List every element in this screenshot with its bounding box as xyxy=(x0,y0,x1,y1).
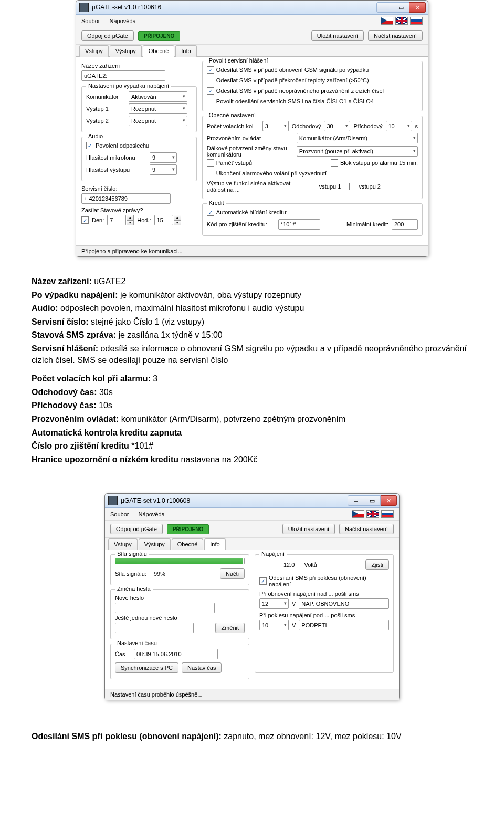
close-button[interactable]: ✕ xyxy=(410,2,426,13)
t1-service-value: stejné jako Číslo 1 (viz vstupy) xyxy=(89,317,205,326)
maximize-button[interactable]: ▭ xyxy=(393,2,410,13)
set-time-button[interactable]: Nastav čas xyxy=(182,662,222,673)
power-below-sms-input[interactable]: PODPETI xyxy=(299,620,389,630)
flag-cz-icon[interactable] xyxy=(352,510,364,518)
change-pwd-button[interactable]: Změnit xyxy=(215,623,245,633)
again-pwd-input[interactable] xyxy=(115,623,194,633)
t1-arrive-label: Příchodový čas: xyxy=(32,401,97,410)
tab-vstupy[interactable]: Vstupy xyxy=(108,538,138,550)
spin-up-icon[interactable]: ▴ xyxy=(174,215,181,220)
flag-uk-icon[interactable] xyxy=(395,17,408,25)
flag-cz-icon[interactable] xyxy=(381,17,393,25)
ring-control-select[interactable]: Komunikátor (Arm/Disarm) xyxy=(297,133,418,143)
menu-file[interactable]: Soubor xyxy=(81,18,100,24)
tab-vystupy[interactable]: Výstupy xyxy=(110,45,142,57)
tab-info[interactable]: Info xyxy=(175,45,196,57)
service-number-input[interactable]: + 420123456789 xyxy=(81,193,171,204)
credit-code-input[interactable]: *101# xyxy=(278,219,320,230)
clock-input[interactable]: 08:39 15.06.2010 xyxy=(134,649,218,659)
end-alarm-call-checkbox[interactable] xyxy=(207,170,214,177)
voltage-value: 12.0 xyxy=(284,562,295,568)
arrive-select[interactable]: 10 xyxy=(386,121,412,131)
out1-label: Výstup 1 xyxy=(86,106,125,112)
credit-code-label: Kód pro zjištění kreditu: xyxy=(207,221,275,227)
load-button[interactable]: Načíst nastavení xyxy=(339,524,394,534)
disconnect-button[interactable]: Odpoj od µGate xyxy=(81,30,134,41)
power-below-select[interactable]: 10 xyxy=(259,620,289,630)
new-pwd-label: Nové heslo xyxy=(115,595,144,601)
tab-info[interactable]: Info xyxy=(204,538,225,550)
power-above-label: Při obnovení napájení nad ... pošli sms xyxy=(259,590,359,597)
block-input-label: Blok vstupu po alarmu 15 min. xyxy=(340,160,418,166)
komunikator-label: Komunikátor xyxy=(86,94,125,100)
t1-calls-label: Počet volacích kol při alarmu: xyxy=(32,374,151,383)
menu-help[interactable]: Nápověda xyxy=(138,511,164,517)
menu-help[interactable]: Nápověda xyxy=(109,18,135,24)
send-sms-power-checkbox[interactable]: ✓ xyxy=(259,577,267,585)
alert-numbers-checkbox[interactable] xyxy=(207,98,214,105)
calls-select[interactable]: 3 xyxy=(262,121,289,131)
save-button[interactable]: Uložit nastavení xyxy=(311,30,364,41)
titlebar[interactable]: µGATE-set v1.0 r100616 – ▭ ✕ xyxy=(76,1,428,15)
day-spinner[interactable]: 7 ▴▾ xyxy=(107,215,134,225)
flag-uk-icon[interactable] xyxy=(366,510,379,518)
t1-mincredit-value: nastavena na 200Kč xyxy=(178,455,257,464)
status-reports-checkbox[interactable]: ✓ xyxy=(81,216,89,224)
sync-pc-button[interactable]: Synchronizace s PC xyxy=(115,662,178,673)
tab-obecne[interactable]: Obecné xyxy=(143,45,175,57)
power-above-select[interactable]: 12 xyxy=(259,598,289,609)
mic-vol-select[interactable]: 9 xyxy=(150,152,177,163)
out1-select[interactable]: Rozepnut xyxy=(129,103,187,114)
tab-vstupy[interactable]: Vstupy xyxy=(79,45,109,57)
siren-in2-checkbox[interactable] xyxy=(349,183,356,190)
new-pwd-input[interactable] xyxy=(115,603,215,613)
flag-sk-icon[interactable] xyxy=(381,510,394,518)
signal-read-button[interactable]: Načti xyxy=(220,568,245,579)
pwd-legend: Změna hesla xyxy=(115,586,153,592)
mic-vol-label: Hlasitost mikrofonu xyxy=(86,154,146,161)
toolbar: Odpoj od µGate PŘIPOJENO Uložit nastaven… xyxy=(105,521,399,538)
spin-up-icon[interactable]: ▴ xyxy=(127,215,134,220)
alert-gsm-checkbox[interactable]: ✓ xyxy=(207,66,214,74)
titlebar[interactable]: µGATE-set v1.0 r100608 – ▭ ✕ xyxy=(105,494,399,508)
load-button[interactable]: Načíst nastavení xyxy=(368,30,423,41)
auto-credit-checkbox[interactable]: ✓ xyxy=(207,209,214,216)
statusbar: Nastavení času proběhlo úspěšně... xyxy=(105,689,399,700)
save-button[interactable]: Uložit nastavení xyxy=(282,524,335,534)
block-input-checkbox[interactable] xyxy=(331,159,338,167)
hour-spinner[interactable]: 15 ▴▾ xyxy=(154,215,181,225)
measure-button[interactable]: Zjisti xyxy=(365,559,389,570)
mem-inputs-checkbox[interactable] xyxy=(207,159,214,167)
listen-checkbox[interactable]: ✓ xyxy=(86,142,93,149)
minimize-button[interactable]: – xyxy=(376,2,393,13)
close-button[interactable]: ✕ xyxy=(381,495,397,506)
out-vol-select[interactable]: 9 xyxy=(150,164,177,175)
panel-obecne: Název zařízení uGATE2: Nastavení po výpa… xyxy=(76,57,428,245)
disconnect-button[interactable]: Odpoj od µGate xyxy=(110,524,163,534)
maximize-button[interactable]: ▭ xyxy=(364,495,381,506)
minimize-button[interactable]: – xyxy=(348,495,364,506)
menu-file[interactable]: Soubor xyxy=(110,511,129,517)
out2-select[interactable]: Rozepnut xyxy=(129,116,187,126)
spin-down-icon[interactable]: ▾ xyxy=(127,220,134,225)
send-sms-power-label: Odesílání SMS při poklesu (obnovení) nap… xyxy=(269,575,389,587)
remote-confirm-select[interactable]: Prozvonit (pouze při aktivaci) xyxy=(297,146,418,157)
tab-vystupy[interactable]: Výstupy xyxy=(139,538,171,550)
device-name-input[interactable]: uGATE2: xyxy=(81,70,165,81)
tab-obecne[interactable]: Obecné xyxy=(172,538,204,550)
unit-v: V xyxy=(292,600,296,607)
siren-in1-checkbox[interactable] xyxy=(310,183,317,190)
alert-ring-checkbox[interactable]: ✓ xyxy=(207,87,214,95)
power-above-sms-input[interactable]: NAP. OBNOVENO xyxy=(299,598,389,609)
auto-credit-label: Automatické hlídání kreditu: xyxy=(216,209,288,215)
flag-sk-icon[interactable] xyxy=(410,17,423,25)
spin-down-icon[interactable]: ▾ xyxy=(174,220,181,225)
leave-select[interactable]: 30 xyxy=(324,121,350,131)
komunikator-select[interactable]: Aktivován xyxy=(129,91,187,102)
min-credit-input[interactable]: 200 xyxy=(392,219,418,230)
seconds-label: s xyxy=(415,123,418,129)
t1-sms-value: je zasílána 1x týdně v 15:00 xyxy=(116,330,223,339)
menubar: Soubor Nápověda xyxy=(76,15,428,27)
credit-legend: Kredit xyxy=(207,200,226,206)
alert-temp-checkbox[interactable] xyxy=(207,77,214,84)
